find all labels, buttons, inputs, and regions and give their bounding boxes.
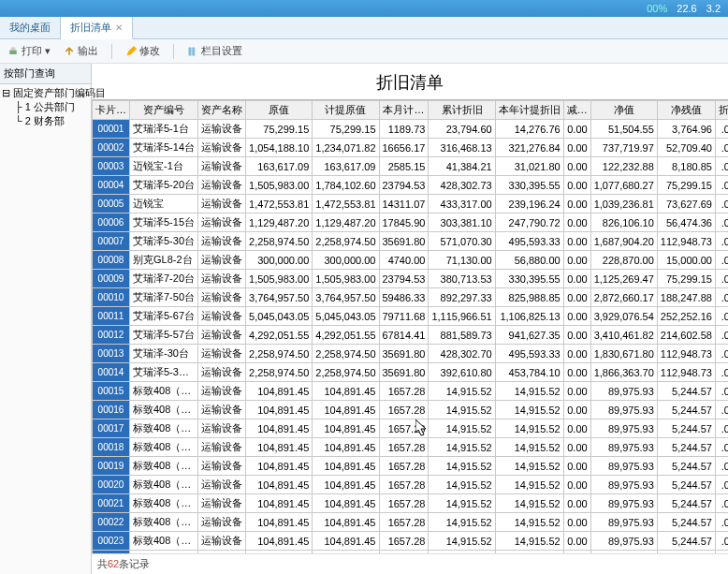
stat-2: 3.2: [706, 3, 721, 14]
table-row[interactable]: 00023标致408（…运输设备104,891.45104,891.451657…: [93, 532, 729, 551]
cell: 运输设备: [198, 213, 246, 232]
table-row[interactable]: 00020标致408（…运输设备104,891.45104,891.451657…: [93, 476, 729, 494]
cell: 1657.28: [379, 532, 429, 551]
table-row[interactable]: 00008别克GL8-2台运输设备300,000.00300,000.00474…: [93, 251, 729, 270]
table-row[interactable]: 00001艾瑞泽5-1台运输设备75,299.1575,299.151189.7…: [93, 120, 729, 139]
cell: .0158: [715, 232, 728, 251]
cell: 104,891.45: [313, 419, 379, 438]
cell: 73,627.69: [657, 195, 715, 213]
table-row[interactable]: 00002艾瑞泽5-14台运输设备1,054,188.101,234,071.8…: [93, 139, 729, 157]
table-row[interactable]: 00006艾瑞泽5-15台运输设备1,129,487.201,129,487.2…: [93, 213, 729, 232]
close-icon[interactable]: ✕: [115, 22, 123, 33]
tab-desktop[interactable]: 我的桌面: [0, 17, 61, 38]
tree-item-public[interactable]: ├ 1 公共部门: [2, 100, 89, 114]
cell: 1,054,188.10: [246, 139, 313, 157]
table-row[interactable]: 00004艾瑞泽5-20台运输设备1,505,983.001,784,102.6…: [93, 176, 729, 195]
cell: 1657.28: [379, 401, 429, 419]
cell: 00022: [93, 513, 130, 532]
cell: 3,764.96: [657, 120, 715, 139]
cell: 2,258,974.50: [313, 232, 379, 251]
cell: 59486.33: [379, 288, 429, 307]
column-header[interactable]: 净残值: [657, 101, 715, 120]
cell: .0158: [715, 251, 728, 270]
cell: 0.00: [563, 363, 590, 382]
column-header[interactable]: 净值: [590, 101, 657, 120]
cell: 1,866,363.70: [590, 363, 657, 382]
cell: 14,915.52: [429, 476, 495, 494]
cell: 56,880.00: [495, 251, 563, 270]
export-button[interactable]: 输出: [64, 44, 98, 58]
cell: 495,593.33: [495, 345, 563, 363]
cell: 1,830,671.80: [590, 345, 657, 363]
cell: 8,180.85: [657, 157, 715, 176]
cell: 881,589.73: [429, 326, 495, 345]
cell: .0158: [715, 382, 728, 401]
cell: 104,891.45: [246, 457, 313, 476]
dept-tree: ⊟ 固定资产部门编码目 ├ 1 公共部门 └ 2 财务部: [0, 84, 91, 130]
column-header[interactable]: 资产名称: [198, 101, 246, 120]
cell: .0158: [715, 457, 728, 476]
table-row[interactable]: 00021标致408（…运输设备104,891.45104,891.451657…: [93, 494, 729, 513]
tree-root[interactable]: ⊟ 固定资产部门编码目: [2, 86, 89, 100]
cell: 67814.41: [379, 326, 429, 345]
cell: 艾瑞泽5-30台: [130, 232, 198, 251]
tab-depreciation[interactable]: 折旧清单✕: [61, 17, 133, 39]
table-row[interactable]: 00014艾瑞泽5-3…运输设备2,258,974.502,258,974.50…: [93, 363, 729, 382]
table-row[interactable]: 00010艾瑞泽7-50台运输设备3,764,957.503,764,957.5…: [93, 288, 729, 307]
cell: 0.00: [563, 213, 590, 232]
table-row[interactable]: 00009艾瑞泽7-20台运输设备1,505,983.001,505,983.0…: [93, 270, 729, 288]
cell: 2585.15: [379, 157, 429, 176]
cell: 15,000.00: [657, 251, 715, 270]
cell: 运输设备: [198, 532, 246, 551]
cell: .0158: [715, 270, 728, 288]
cell: 104,891.45: [313, 457, 379, 476]
cell: 428,302.70: [429, 345, 495, 363]
column-header[interactable]: 卡片…: [93, 101, 130, 120]
cell: 1189.73: [379, 120, 429, 139]
cell: 0.00: [563, 457, 590, 476]
column-header[interactable]: 本月计…: [379, 101, 429, 120]
cell: 252,252.16: [657, 307, 715, 326]
table-row[interactable]: 00007艾瑞泽5-30台运输设备2,258,974.502,258,974.5…: [93, 232, 729, 251]
column-header[interactable]: 累计折旧: [429, 101, 495, 120]
cell: 运输设备: [198, 476, 246, 494]
tree-item-finance[interactable]: └ 2 财务部: [2, 114, 89, 128]
cell: 71,130.00: [429, 251, 495, 270]
cell: 运输设备: [198, 139, 246, 157]
print-button[interactable]: 打印▾: [7, 44, 51, 58]
table-row[interactable]: 00017标致408（…运输设备104,891.45104,891.451657…: [93, 419, 729, 438]
cell: 14,915.52: [495, 494, 563, 513]
cell: 316,468.13: [429, 139, 495, 157]
cell: 1657.28: [379, 476, 429, 494]
cell: 标致408（…: [130, 438, 198, 457]
column-settings-button[interactable]: 栏目设置: [187, 44, 242, 58]
table-row[interactable]: 00015标致408（…运输设备104,891.45104,891.451657…: [93, 382, 729, 401]
table-row[interactable]: 00013艾瑞泽-30台运输设备2,258,974.502,258,974.50…: [93, 345, 729, 363]
table-row[interactable]: 00005迈锐宝运输设备1,472,553.811,472,553.811431…: [93, 195, 729, 213]
column-header[interactable]: 资产编号: [130, 101, 198, 120]
table-row[interactable]: 00022标致408（…运输设备104,891.45104,891.451657…: [93, 513, 729, 532]
cell: 35691.80: [379, 232, 429, 251]
column-header[interactable]: 折旧率: [715, 101, 728, 120]
cell: 14,915.52: [495, 438, 563, 457]
cell: 别克GL8-2台: [130, 251, 198, 270]
table-row[interactable]: 00019标致408（…运输设备104,891.45104,891.451657…: [93, 457, 729, 476]
column-header[interactable]: 原值: [246, 101, 313, 120]
cell: 35691.80: [379, 363, 429, 382]
data-grid[interactable]: 卡片…资产编号资产名称原值计提原值本月计…累计折旧本年计提折旧减…净值净残值折旧…: [92, 99, 728, 553]
cell: 艾瑞泽5-67台: [130, 307, 198, 326]
svg-rect-3: [192, 47, 195, 55]
table-row[interactable]: 00012艾瑞泽5-57台运输设备4,292,051.554,292,051.5…: [93, 326, 729, 345]
table-row[interactable]: 00016标致408（…运输设备104,891.45104,891.451657…: [93, 401, 729, 419]
table-row[interactable]: 00011艾瑞泽5-67台运输设备5,045,043.055,045,043.0…: [93, 307, 729, 326]
printer-icon: [7, 46, 19, 57]
column-header[interactable]: 减…: [563, 101, 590, 120]
export-icon: [64, 46, 75, 57]
edit-button[interactable]: 修改: [125, 44, 160, 58]
column-header[interactable]: 计提原值: [313, 101, 379, 120]
cell: 0.00: [563, 307, 590, 326]
column-header[interactable]: 本年计提折旧: [495, 101, 563, 120]
table-row[interactable]: 00018标致408（…运输设备104,891.45104,891.451657…: [93, 438, 729, 457]
table-row[interactable]: 00003迈锐宝-1台运输设备163,617.09163,617.092585.…: [93, 157, 729, 176]
cell: 1,784,102.60: [313, 176, 379, 195]
